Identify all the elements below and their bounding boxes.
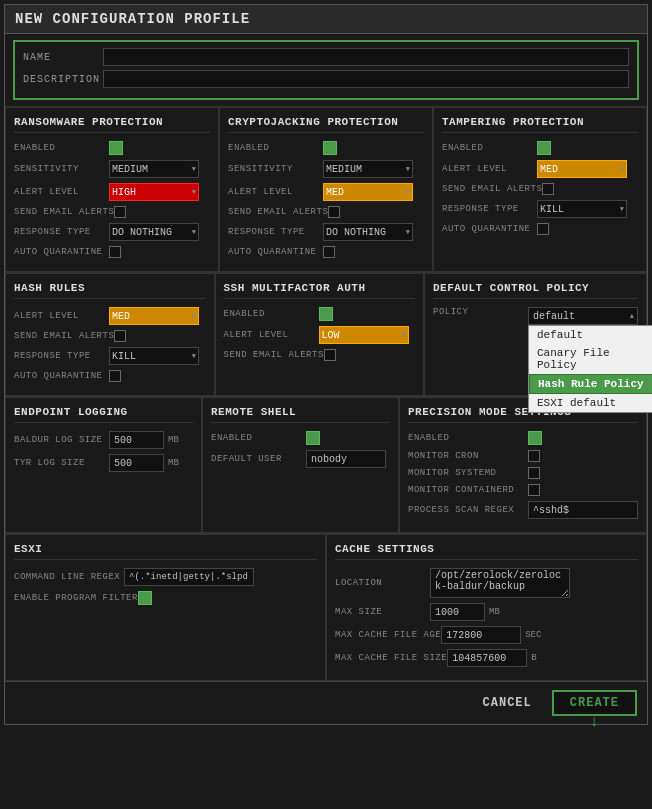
ransomware-email-checkbox[interactable] [114,206,126,218]
crypto-enabled-label: ENABLED [228,143,323,153]
policy-option-hash[interactable]: Hash Rule Policy [529,374,652,394]
remote-enabled-indicator [306,431,320,445]
ransomware-response-label: RESPONSE TYPE [14,227,109,237]
row-1: RANSOMWARE PROTECTION ENABLED SENSITIVIT… [5,106,647,272]
tampering-response-select[interactable]: KILL [537,200,627,218]
default-user-input[interactable] [306,450,386,468]
precision-mode-section: PRECISION MODE SETTINGS ENABLED MONITOR … [399,397,647,533]
ransomware-alert-label: ALERT LEVEL [14,187,109,197]
tyr-log-unit: MB [168,458,179,468]
cache-max-file-size-label: MAX CACHE FILE SIZE [335,653,447,663]
baldur-log-label: BALDUR LOG SIZE [14,435,109,445]
hash-response-select[interactable]: KILL [109,347,199,365]
hash-email-checkbox[interactable] [114,330,126,342]
crypto-sensitivity-label: SENSITIVITY [228,164,323,174]
process-scan-input[interactable] [528,501,638,519]
tampering-title: TAMPERING PROTECTION [442,116,638,133]
ransomware-section: RANSOMWARE PROTECTION ENABLED SENSITIVIT… [5,107,219,272]
cache-location-input[interactable]: /opt/zerolock/zerolock-baldur/backup [430,568,570,598]
hash-alert-select[interactable]: MED [109,307,199,325]
ssh-enabled-indicator [319,307,333,321]
ransomware-quarantine-checkbox[interactable] [109,246,121,258]
ransomware-sensitivity-label: SENSITIVITY [14,164,109,174]
monitor-containerd-checkbox[interactable] [528,484,540,496]
policy-option-canary[interactable]: Canary File Policy [529,344,652,374]
precision-enabled-indicator [528,431,542,445]
cache-max-file-size-unit: B [531,653,536,663]
crypto-response-select[interactable]: DO NOTHING [323,223,413,241]
tampering-quarantine-checkbox[interactable] [537,223,549,235]
policy-option-default[interactable]: default [529,326,652,344]
process-scan-label: PROCESS SCAN REGEX [408,505,528,515]
ransomware-enabled-indicator [109,141,123,155]
main-container: NEW CONFIGURATION PROFILE NAME DESCRIPTI… [4,4,648,725]
crypto-email-checkbox[interactable] [328,206,340,218]
cache-max-size-input[interactable] [430,603,485,621]
tampering-enabled-indicator [537,141,551,155]
crypto-alert-select[interactable]: MED [323,183,413,201]
cache-max-file-size-input[interactable] [447,649,527,667]
ransomware-alert-select[interactable]: HIGH [109,183,199,201]
monitor-containerd-label: MONITOR CONTAINERD [408,485,528,495]
hash-quarantine-label: AUTO QUARANTINE [14,371,109,381]
ransomware-title: RANSOMWARE PROTECTION [14,116,210,133]
ssh-auth-title: SSH MULTIFACTOR AUTH [224,282,416,299]
name-input[interactable] [103,48,629,66]
monitor-cron-label: MONITOR CRON [408,451,528,461]
default-control-section: DEFAULT CONTROL POLICY POLICY default de… [424,273,647,396]
tampering-email-checkbox[interactable] [542,183,554,195]
ransomware-enabled-label: ENABLED [14,143,109,153]
cancel-button[interactable]: CANCEL [471,692,544,714]
policy-option-esxi[interactable]: ESXI default [529,394,652,412]
cache-max-age-unit: SEC [525,630,541,640]
cache-location-label: LOCATION [335,578,430,588]
bottom-bar: CANCEL CREATE ↓ [5,681,647,724]
description-label: DESCRIPTION [23,74,103,85]
tampering-enabled-label: ENABLED [442,143,537,153]
policy-dropdown-container: default default Canary File Policy Hash … [528,307,638,325]
crypto-quarantine-checkbox[interactable] [323,246,335,258]
policy-dropdown-button[interactable]: default [528,307,638,325]
remote-shell-title: REMOTE SHELL [211,406,390,423]
remote-shell-section: REMOTE SHELL ENABLED DEFAULT USER [202,397,399,533]
row-4: ESXI COMMAND LINE REGEX ENABLE PROGRAM F… [5,533,647,681]
monitor-cron-checkbox[interactable] [528,450,540,462]
ssh-enabled-label: ENABLED [224,309,319,319]
hash-response-label: RESPONSE TYPE [14,351,109,361]
ransomware-response-select[interactable]: DO NOTHING [109,223,199,241]
cryptojacking-title: CRYPTOJACKING PROTECTION [228,116,424,133]
baldur-log-unit: MB [168,435,179,445]
monitor-systemd-checkbox[interactable] [528,467,540,479]
ssh-alert-select[interactable]: LOW [319,326,409,344]
hash-email-label: SEND EMAIL ALERTS [14,331,114,341]
cache-max-size-unit: MB [489,607,500,617]
tampering-section: TAMPERING PROTECTION ENABLED ALERT LEVEL… [433,107,647,272]
name-label: NAME [23,52,103,63]
ransomware-email-label: SEND EMAIL ALERTS [14,207,114,217]
cryptojacking-section: CRYPTOJACKING PROTECTION ENABLED SENSITI… [219,107,433,272]
page-title: NEW CONFIGURATION PROFILE [5,5,647,34]
crypto-enabled-indicator [323,141,337,155]
tyr-log-input[interactable] [109,454,164,472]
esxi-cmdline-label: COMMAND LINE REGEX [14,572,124,582]
tyr-log-label: TYR LOG SIZE [14,458,109,468]
row-3: ENDPOINT LOGGING BALDUR LOG SIZE MB TYR … [5,396,647,533]
tampering-alert-select[interactable]: MED [537,160,627,178]
baldur-log-input[interactable] [109,431,164,449]
endpoint-logging-title: ENDPOINT LOGGING [14,406,193,423]
ransomware-sensitivity-select[interactable]: MEDIUM [109,160,199,178]
cache-max-age-input[interactable] [441,626,521,644]
ssh-email-checkbox[interactable] [324,349,336,361]
cache-max-age-label: MAX CACHE FILE AGE [335,630,441,640]
ssh-email-label: SEND EMAIL ALERTS [224,350,324,360]
policy-label: POLICY [433,307,528,317]
crypto-sensitivity-select[interactable]: MEDIUM [323,160,413,178]
crypto-quarantine-label: AUTO QUARANTINE [228,247,323,257]
hash-quarantine-checkbox[interactable] [109,370,121,382]
cache-settings-title: CACHE SETTINGS [335,543,638,560]
esxi-filter-indicator [138,591,152,605]
cache-max-size-label: MAX SIZE [335,607,430,617]
esxi-cmdline-input[interactable] [124,568,254,586]
arrow-down-icon: ↓ [590,714,600,730]
description-input[interactable] [103,70,629,88]
